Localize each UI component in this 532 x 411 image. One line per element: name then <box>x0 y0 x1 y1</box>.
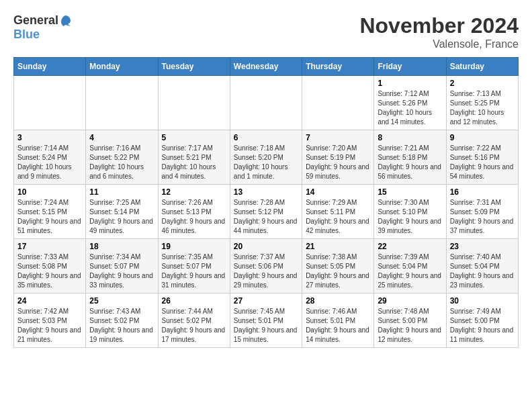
day-number: 25 <box>89 296 154 306</box>
day-info: Sunrise: 7:25 AM Sunset: 5:14 PM Dayligh… <box>89 198 154 236</box>
day-number: 17 <box>17 242 82 251</box>
day-info: Sunrise: 7:16 AM Sunset: 5:22 PM Dayligh… <box>89 144 154 181</box>
day-header-tuesday: Tuesday <box>158 58 230 76</box>
day-info: Sunrise: 7:34 AM Sunset: 5:07 PM Dayligh… <box>89 253 154 290</box>
day-header-thursday: Thursday <box>302 58 374 76</box>
day-info: Sunrise: 7:43 AM Sunset: 5:02 PM Dayligh… <box>89 307 154 345</box>
day-info: Sunrise: 7:22 AM Sunset: 5:16 PM Dayligh… <box>450 144 515 181</box>
calendar-cell: 1Sunrise: 7:12 AM Sunset: 5:26 PM Daylig… <box>374 76 446 130</box>
calendar-cell: 28Sunrise: 7:46 AM Sunset: 5:01 PM Dayli… <box>302 293 374 348</box>
calendar-cell: 8Sunrise: 7:21 AM Sunset: 5:18 PM Daylig… <box>374 130 446 185</box>
day-number: 9 <box>450 133 515 142</box>
day-info: Sunrise: 7:49 AM Sunset: 5:00 PM Dayligh… <box>450 307 515 345</box>
calendar-cell: 10Sunrise: 7:24 AM Sunset: 5:15 PM Dayli… <box>14 185 86 239</box>
day-info: Sunrise: 7:28 AM Sunset: 5:12 PM Dayligh… <box>234 198 298 236</box>
day-info: Sunrise: 7:40 AM Sunset: 5:04 PM Dayligh… <box>450 253 515 290</box>
calendar-cell: 19Sunrise: 7:35 AM Sunset: 5:07 PM Dayli… <box>158 239 230 293</box>
calendar-cell: 9Sunrise: 7:22 AM Sunset: 5:16 PM Daylig… <box>446 130 518 185</box>
day-header-wednesday: Wednesday <box>230 58 302 76</box>
day-info: Sunrise: 7:21 AM Sunset: 5:18 PM Dayligh… <box>378 144 442 181</box>
day-number: 22 <box>378 242 442 251</box>
day-info: Sunrise: 7:37 AM Sunset: 5:06 PM Dayligh… <box>234 253 298 290</box>
calendar-week-row: 1Sunrise: 7:12 AM Sunset: 5:26 PM Daylig… <box>14 76 519 130</box>
day-number: 6 <box>234 133 298 142</box>
logo: GeneralBlue <box>13 13 72 42</box>
calendar-cell: 2Sunrise: 7:13 AM Sunset: 5:25 PM Daylig… <box>446 76 518 130</box>
calendar-cell: 13Sunrise: 7:28 AM Sunset: 5:12 PM Dayli… <box>230 185 302 239</box>
day-number: 11 <box>89 187 154 197</box>
day-info: Sunrise: 7:26 AM Sunset: 5:13 PM Dayligh… <box>162 198 226 236</box>
day-number: 19 <box>162 242 226 251</box>
calendar-week-row: 17Sunrise: 7:33 AM Sunset: 5:08 PM Dayli… <box>14 239 519 293</box>
calendar-cell: 5Sunrise: 7:17 AM Sunset: 5:21 PM Daylig… <box>158 130 230 185</box>
day-number: 16 <box>450 187 515 197</box>
day-number: 21 <box>306 242 370 251</box>
location-title: Valensole, France <box>359 38 519 50</box>
calendar-cell: 23Sunrise: 7:40 AM Sunset: 5:04 PM Dayli… <box>446 239 518 293</box>
day-info: Sunrise: 7:18 AM Sunset: 5:20 PM Dayligh… <box>234 144 298 181</box>
day-info: Sunrise: 7:17 AM Sunset: 5:21 PM Dayligh… <box>162 144 226 181</box>
day-info: Sunrise: 7:35 AM Sunset: 5:07 PM Dayligh… <box>162 253 226 290</box>
day-info: Sunrise: 7:30 AM Sunset: 5:10 PM Dayligh… <box>378 198 442 236</box>
calendar-cell: 25Sunrise: 7:43 AM Sunset: 5:02 PM Dayli… <box>86 293 158 348</box>
day-info: Sunrise: 7:44 AM Sunset: 5:02 PM Dayligh… <box>162 307 226 345</box>
calendar-cell: 15Sunrise: 7:30 AM Sunset: 5:10 PM Dayli… <box>374 185 446 239</box>
calendar-cell <box>230 76 302 130</box>
calendar-cell: 11Sunrise: 7:25 AM Sunset: 5:14 PM Dayli… <box>86 185 158 239</box>
month-title: November 2024 <box>359 13 519 38</box>
day-header-sunday: Sunday <box>14 58 86 76</box>
calendar-cell: 6Sunrise: 7:18 AM Sunset: 5:20 PM Daylig… <box>230 130 302 185</box>
day-info: Sunrise: 7:33 AM Sunset: 5:08 PM Dayligh… <box>17 253 82 290</box>
calendar-cell: 30Sunrise: 7:49 AM Sunset: 5:00 PM Dayli… <box>446 293 518 348</box>
day-number: 24 <box>17 296 82 306</box>
calendar-cell <box>158 76 230 130</box>
calendar-cell: 3Sunrise: 7:14 AM Sunset: 5:24 PM Daylig… <box>14 130 86 185</box>
days-header-row: SundayMondayTuesdayWednesdayThursdayFrid… <box>14 58 519 76</box>
calendar-cell: 17Sunrise: 7:33 AM Sunset: 5:08 PM Dayli… <box>14 239 86 293</box>
day-number: 5 <box>162 133 226 142</box>
day-header-friday: Friday <box>374 58 446 76</box>
day-number: 8 <box>378 133 442 142</box>
day-number: 27 <box>234 296 298 306</box>
day-info: Sunrise: 7:20 AM Sunset: 5:19 PM Dayligh… <box>306 144 370 181</box>
day-number: 29 <box>378 296 442 306</box>
day-header-monday: Monday <box>86 58 158 76</box>
day-info: Sunrise: 7:42 AM Sunset: 5:03 PM Dayligh… <box>17 307 82 345</box>
day-info: Sunrise: 7:48 AM Sunset: 5:00 PM Dayligh… <box>378 307 442 345</box>
day-number: 18 <box>89 242 154 251</box>
calendar-cell: 21Sunrise: 7:38 AM Sunset: 5:05 PM Dayli… <box>302 239 374 293</box>
day-number: 20 <box>234 242 298 251</box>
header: GeneralBlue November 2024 Valensole, Fra… <box>13 13 519 50</box>
day-info: Sunrise: 7:29 AM Sunset: 5:11 PM Dayligh… <box>306 198 370 236</box>
day-info: Sunrise: 7:38 AM Sunset: 5:05 PM Dayligh… <box>306 253 370 290</box>
day-number: 23 <box>450 242 515 251</box>
logo-blue: Blue <box>13 28 40 42</box>
logo-general: General <box>13 13 58 28</box>
day-number: 7 <box>306 133 370 142</box>
calendar-cell: 24Sunrise: 7:42 AM Sunset: 5:03 PM Dayli… <box>14 293 86 348</box>
day-info: Sunrise: 7:12 AM Sunset: 5:26 PM Dayligh… <box>378 89 442 127</box>
calendar-week-row: 10Sunrise: 7:24 AM Sunset: 5:15 PM Dayli… <box>14 185 519 239</box>
logo-bird-icon <box>58 14 72 28</box>
calendar-week-row: 3Sunrise: 7:14 AM Sunset: 5:24 PM Daylig… <box>14 130 519 185</box>
day-number: 26 <box>162 296 226 306</box>
calendar-cell: 20Sunrise: 7:37 AM Sunset: 5:06 PM Dayli… <box>230 239 302 293</box>
day-number: 14 <box>306 187 370 197</box>
title-area: November 2024 Valensole, France <box>359 13 519 50</box>
calendar-cell: 29Sunrise: 7:48 AM Sunset: 5:00 PM Dayli… <box>374 293 446 348</box>
calendar-table: SundayMondayTuesdayWednesdayThursdayFrid… <box>13 57 519 348</box>
calendar-cell: 18Sunrise: 7:34 AM Sunset: 5:07 PM Dayli… <box>86 239 158 293</box>
calendar-cell: 22Sunrise: 7:39 AM Sunset: 5:04 PM Dayli… <box>374 239 446 293</box>
day-number: 3 <box>17 133 82 142</box>
day-number: 10 <box>17 187 82 197</box>
calendar-cell <box>302 76 374 130</box>
day-header-saturday: Saturday <box>446 58 518 76</box>
day-info: Sunrise: 7:45 AM Sunset: 5:01 PM Dayligh… <box>234 307 298 345</box>
calendar-cell: 14Sunrise: 7:29 AM Sunset: 5:11 PM Dayli… <box>302 185 374 239</box>
day-info: Sunrise: 7:31 AM Sunset: 5:09 PM Dayligh… <box>450 198 515 236</box>
day-number: 12 <box>162 187 226 197</box>
day-info: Sunrise: 7:46 AM Sunset: 5:01 PM Dayligh… <box>306 307 370 345</box>
day-info: Sunrise: 7:39 AM Sunset: 5:04 PM Dayligh… <box>378 253 442 290</box>
day-number: 15 <box>378 187 442 197</box>
calendar-cell <box>86 76 158 130</box>
